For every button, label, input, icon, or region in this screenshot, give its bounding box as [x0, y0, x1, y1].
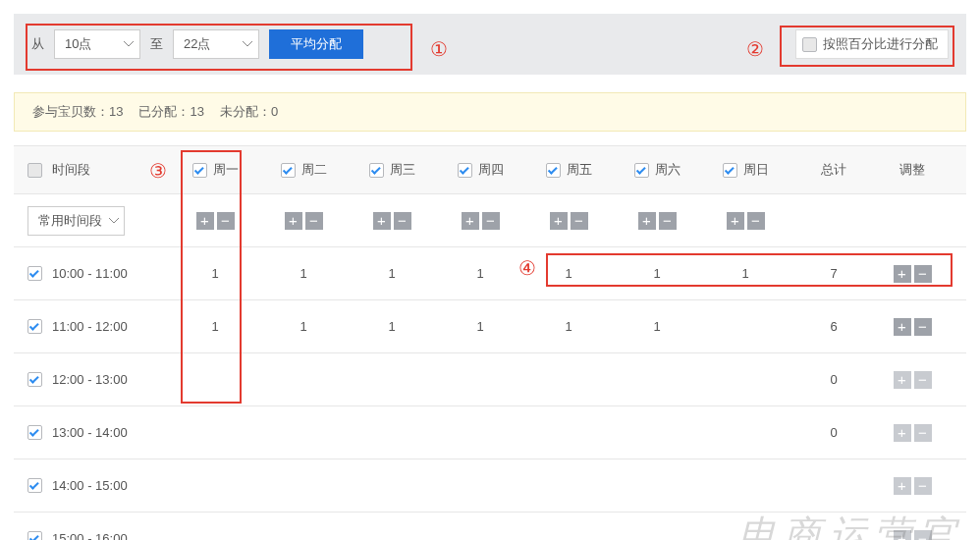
cell-value[interactable] — [259, 353, 348, 405]
row-checkbox[interactable] — [27, 319, 42, 334]
cell-value[interactable] — [348, 353, 436, 405]
plus-button[interactable]: + — [196, 212, 214, 230]
common-period-select[interactable]: 常用时间段 — [27, 206, 125, 236]
plus-button[interactable]: + — [550, 212, 568, 230]
col-day-4[interactable]: 周四 — [436, 146, 524, 193]
day-checkbox[interactable] — [546, 163, 561, 178]
row-checkbox[interactable] — [27, 478, 42, 493]
cell-value[interactable]: 1 — [259, 247, 348, 299]
plus-button[interactable]: + — [894, 424, 911, 442]
cell-value[interactable] — [348, 513, 436, 540]
col-day-7[interactable]: 周日 — [701, 146, 789, 193]
minus-button[interactable]: − — [914, 371, 932, 389]
plus-button[interactable]: + — [727, 212, 744, 230]
cell-value[interactable] — [171, 353, 259, 405]
cell-value[interactable] — [348, 459, 436, 512]
cell-value[interactable]: 1 — [701, 247, 789, 299]
row-checkbox[interactable] — [27, 425, 42, 440]
cell-value[interactable]: 1 — [524, 247, 613, 299]
minus-button[interactable]: − — [914, 530, 932, 541]
percent-checkbox-wrap[interactable]: 按照百分比进行分配 — [795, 29, 949, 59]
minus-button[interactable]: − — [747, 212, 765, 230]
plus-button[interactable]: + — [285, 212, 302, 230]
from-time-select[interactable]: 10点 — [54, 29, 140, 59]
col-day-6[interactable]: 周六 — [613, 146, 701, 193]
cell-value[interactable] — [701, 406, 789, 459]
plus-button[interactable]: + — [638, 212, 656, 230]
row-checkbox[interactable] — [27, 372, 42, 387]
cell-value[interactable] — [613, 406, 701, 459]
percent-checkbox[interactable] — [802, 37, 817, 52]
to-time-select[interactable]: 22点 — [173, 29, 259, 59]
minus-button[interactable]: − — [394, 212, 411, 230]
cell-value[interactable]: 1 — [259, 300, 348, 352]
cell-value[interactable] — [524, 353, 613, 405]
row-checkbox[interactable] — [27, 531, 42, 540]
minus-button[interactable]: − — [914, 265, 932, 283]
cell-value[interactable]: 1 — [171, 300, 259, 352]
cell-value[interactable]: 1 — [613, 300, 701, 352]
day-checkbox[interactable] — [634, 163, 649, 178]
cell-value[interactable] — [613, 459, 701, 512]
col-day-2[interactable]: 周二 — [259, 146, 348, 193]
cell-value[interactable] — [613, 353, 701, 405]
cell-value[interactable] — [259, 459, 348, 512]
distribute-even-button[interactable]: 平均分配 — [269, 29, 363, 59]
day-checkbox[interactable] — [281, 163, 296, 178]
minus-button[interactable]: − — [914, 424, 932, 442]
minus-button[interactable]: − — [217, 212, 235, 230]
select-all-checkbox[interactable] — [27, 163, 42, 178]
cell-value[interactable]: 1 — [613, 247, 701, 299]
cell-value[interactable]: 1 — [436, 300, 524, 352]
minus-button[interactable]: − — [305, 212, 323, 230]
time-distribute-toolbar: 从 10点 至 22点 平均分配 按照百分比进行分配 — [14, 14, 966, 75]
plus-button[interactable]: + — [894, 530, 911, 541]
cell-value[interactable]: 1 — [171, 247, 259, 299]
cell-value[interactable] — [171, 459, 259, 512]
day-checkbox[interactable] — [723, 163, 737, 178]
cell-value[interactable] — [171, 406, 259, 459]
cell-value[interactable] — [436, 406, 524, 459]
cell-value[interactable]: 1 — [436, 247, 524, 299]
cell-value[interactable] — [524, 513, 613, 540]
plus-button[interactable]: + — [373, 212, 391, 230]
plus-button[interactable]: + — [462, 212, 479, 230]
cell-value[interactable] — [436, 353, 524, 405]
minus-button[interactable]: − — [914, 477, 932, 495]
minus-button[interactable]: − — [659, 212, 677, 230]
plus-minus: +− — [894, 424, 932, 442]
cell-value[interactable] — [259, 406, 348, 459]
cell-value[interactable]: 1 — [348, 300, 436, 352]
day-checkbox[interactable] — [369, 163, 384, 178]
cell-value[interactable] — [701, 300, 789, 352]
col-day-1[interactable]: 周一 — [171, 146, 259, 193]
day-checkbox[interactable] — [458, 163, 472, 178]
cell-value[interactable] — [701, 353, 789, 405]
cell-value[interactable] — [436, 459, 524, 512]
plus-button[interactable]: + — [894, 318, 911, 336]
cell-value[interactable] — [524, 459, 613, 512]
col-day-5[interactable]: 周五 — [524, 146, 613, 193]
plus-button[interactable]: + — [894, 371, 911, 389]
cell-value[interactable] — [701, 459, 789, 512]
cell-value[interactable] — [524, 406, 613, 459]
minus-button[interactable]: − — [571, 212, 588, 230]
day-checkbox[interactable] — [192, 163, 207, 178]
plus-button[interactable]: + — [894, 265, 911, 283]
cell-total: 0 — [789, 406, 878, 459]
chevron-down-icon — [124, 41, 134, 47]
cell-value[interactable] — [348, 406, 436, 459]
minus-button[interactable]: − — [914, 318, 932, 336]
cell-value[interactable] — [259, 513, 348, 540]
col-day-3[interactable]: 周三 — [348, 146, 436, 193]
cell-value[interactable] — [171, 513, 259, 540]
cell-value[interactable] — [436, 513, 524, 540]
minus-button[interactable]: − — [482, 212, 500, 230]
cell-value[interactable] — [613, 513, 701, 540]
cell-value[interactable]: 1 — [524, 300, 613, 352]
plus-button[interactable]: + — [894, 477, 911, 495]
cell-value[interactable] — [701, 513, 789, 540]
cell-value[interactable]: 1 — [348, 247, 436, 299]
row-timeslot-cell: 14:00 - 15:00 — [14, 459, 171, 512]
row-checkbox[interactable] — [27, 266, 42, 281]
